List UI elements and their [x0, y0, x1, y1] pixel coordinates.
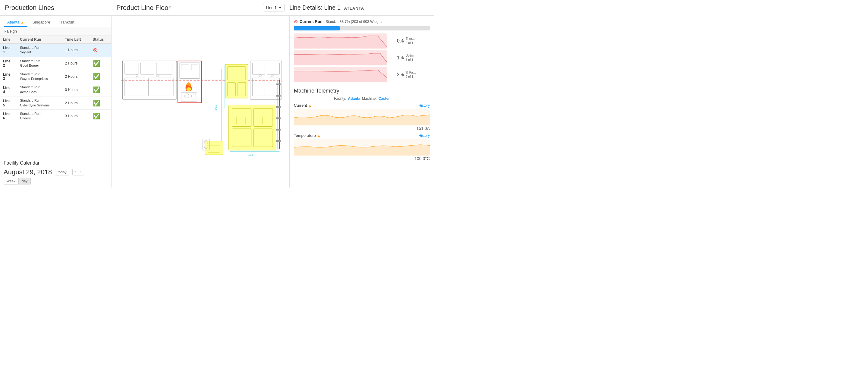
line-details-subtitle: ATLANTA — [344, 6, 364, 10]
telemetry-metric-temp: Temperature ▲ History 100.0°C — [294, 133, 430, 161]
facility-calendar-title: Facility Calendar — [4, 160, 107, 166]
cell-time-4: 2 Hours — [62, 96, 90, 110]
tab-atlanta[interactable]: Atlanta ▲ — [4, 18, 27, 27]
status-ok-icon: ✅ — [93, 60, 100, 67]
cell-time-3: 0 Hours — [62, 83, 90, 96]
svg-rect-38 — [229, 105, 276, 150]
cell-line-3: Line4 — [0, 83, 17, 96]
table-header-row: Line Current Run Time Left Status — [0, 36, 111, 44]
calendar-date: August 29, 2018 — [4, 168, 52, 176]
location-tabs: Atlanta ▲ Singapore Frankfurt — [0, 16, 111, 27]
metric-chart-2 — [294, 67, 387, 82]
cell-run-3: Standard RunAcme Corp — [17, 83, 62, 96]
line-selector-value: Line 1 — [266, 5, 277, 10]
svg-point-23 — [187, 87, 191, 91]
cell-status-0: ⊗ — [90, 44, 111, 57]
location-label: Raleigh — [0, 27, 111, 36]
cell-run-2: Standard RunWayne Enterprises — [17, 70, 62, 83]
cell-line-5: Line6 — [0, 110, 17, 123]
cell-line-1: Line2 — [0, 57, 17, 70]
status-ok-icon: ✅ — [93, 113, 100, 119]
machine-label: Machine: — [362, 96, 377, 101]
current-metric-label: Current — [294, 103, 307, 107]
current-run-error-icon: ⊗ — [294, 19, 298, 24]
temp-telemetry-chart — [294, 139, 430, 156]
prev-button[interactable]: ‹ — [72, 169, 79, 176]
right-panel: ⊗ Current Run: Stand… 33.7% (203 of 603 … — [289, 16, 434, 187]
current-run-value: Stand… 33.7% (203 of 603 Widg… — [326, 20, 382, 24]
temp-metric-header: Temperature ▲ History — [294, 133, 430, 138]
cell-line-0: Line1 — [0, 44, 17, 57]
tab-frankfurt-label: Frankfurt — [59, 20, 74, 24]
current-metric-header: Current ▲ History — [294, 103, 430, 107]
svg-rect-27 — [225, 64, 248, 98]
floor-plan-panel: 2250 5420 5060 — [112, 16, 289, 187]
metric-chart-0 — [294, 33, 387, 49]
next-button[interactable]: › — [79, 169, 84, 176]
week-view-button[interactable]: week — [4, 178, 19, 185]
floor-title: Product Line Floor — [116, 4, 170, 12]
metric-value-1: 1% — [389, 55, 404, 61]
cell-run-5: Standard RunCheers — [17, 110, 62, 123]
day-view-button[interactable]: day — [19, 178, 31, 185]
metric-row-2: 2% % Pa…2 of 1 — [294, 67, 430, 82]
current-telemetry-chart — [294, 109, 430, 125]
cell-run-4: Standard RunCyberdyne Systems — [17, 96, 62, 110]
cell-line-2: Line3 — [0, 70, 17, 83]
cell-status-1: ✅ — [90, 57, 111, 70]
machine-telemetry-title: Machine Telemetry — [294, 88, 430, 94]
col-line: Line — [0, 36, 17, 44]
machine-value: Caster — [378, 96, 390, 101]
atlanta-warning-icon: ▲ — [21, 21, 24, 24]
metric-label-2: % Pa…2 of 1 — [406, 70, 430, 79]
status-ok-icon: ✅ — [93, 73, 100, 80]
svg-text:5420: 5420 — [248, 154, 254, 156]
status-ok-icon: ✅ — [93, 100, 100, 106]
cell-status-4: ✅ — [90, 96, 111, 110]
progress-bar — [294, 26, 430, 30]
status-error-icon: ⊗ — [93, 47, 98, 53]
cell-run-1: Standard RunGood Burger — [17, 57, 62, 70]
metric-row-0: 0% Thro…0 of 1 — [294, 33, 430, 49]
line-selector[interactable]: Line 1 ▾ — [263, 4, 284, 11]
table-row[interactable]: Line1 Standard RunSoylent 1 Hours ⊗ — [0, 44, 111, 57]
table-row[interactable]: Line4 Standard RunAcme Corp 0 Hours ✅ — [0, 83, 111, 96]
metric-row-1: 1% Uptim…1 of 1 — [294, 50, 430, 65]
tab-frankfurt[interactable]: Frankfurt — [55, 18, 78, 27]
line-details-title: Line Details: Line 1 — [289, 4, 341, 11]
svg-rect-58 — [276, 84, 281, 85]
tab-singapore[interactable]: Singapore — [29, 18, 54, 27]
table-row[interactable]: Line5 Standard RunCyberdyne Systems 2 Ho… — [0, 96, 111, 110]
cell-time-1: 2 Hours — [62, 57, 90, 70]
metric-value-0: 0% — [389, 38, 404, 44]
temp-metric-label: Temperature — [294, 133, 316, 138]
today-button[interactable]: today — [55, 169, 69, 176]
table-row[interactable]: Line6 Standard RunCheers 3 Hours ✅ — [0, 110, 111, 123]
cell-status-3: ✅ — [90, 83, 111, 96]
production-table: Line Current Run Time Left Status Line1 … — [0, 36, 111, 157]
svg-rect-61 — [276, 118, 281, 119]
current-run-header: ⊗ Current Run: Stand… 33.7% (203 of 603 … — [294, 19, 430, 24]
temp-warning-icon: ▲ — [317, 133, 321, 138]
facility-label: Facility: — [334, 96, 346, 101]
telemetry-facility-row: Facility: Atlanta Machine: Caster — [294, 96, 430, 101]
cell-time-2: 2 Hours — [62, 70, 90, 83]
svg-text:5060: 5060 — [215, 105, 218, 111]
left-panel: Atlanta ▲ Singapore Frankfurt Raleigh Li… — [0, 16, 112, 187]
tab-singapore-label: Singapore — [32, 20, 50, 24]
facility-value: Atlanta — [348, 96, 360, 101]
telemetry-metric-current: Current ▲ History 151.0A — [294, 103, 430, 131]
current-warning-icon: ▲ — [308, 103, 312, 107]
metric-value-2: 2% — [389, 72, 404, 77]
cell-status-2: ✅ — [90, 70, 111, 83]
table-row[interactable]: Line2 Standard RunGood Burger 2 Hours ✅ — [0, 57, 111, 70]
current-history-link[interactable]: History — [418, 103, 430, 107]
chevron-down-icon: ▾ — [279, 5, 281, 10]
temp-history-link[interactable]: History — [418, 133, 430, 138]
facility-calendar: Facility Calendar August 29, 2018 today … — [0, 157, 111, 187]
cell-status-5: ✅ — [90, 110, 111, 123]
table-row[interactable]: Line3 Standard RunWayne Enterprises 2 Ho… — [0, 70, 111, 83]
cell-time-0: 1 Hours — [62, 44, 90, 57]
svg-rect-63 — [276, 140, 281, 142]
current-metric-value: 151.0A — [294, 126, 430, 131]
